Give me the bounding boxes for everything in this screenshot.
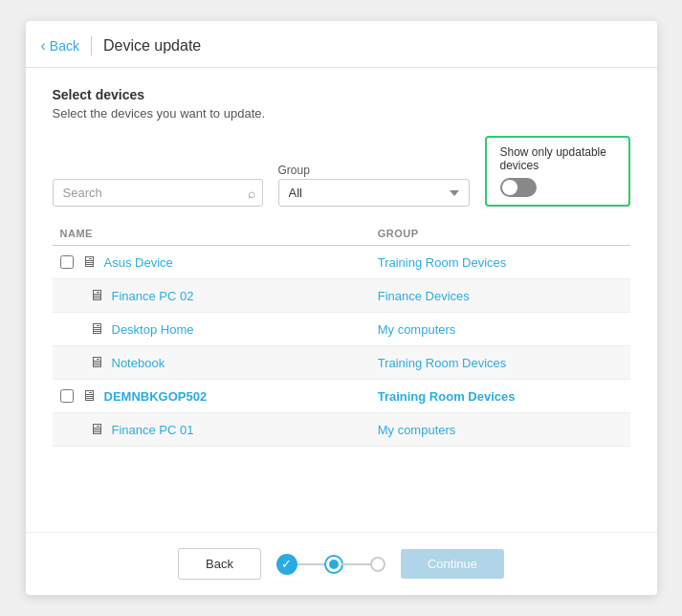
table-row: 🖥DEMNBKGOP502Training Room Devices: [53, 380, 630, 413]
footer-back-button[interactable]: Back: [178, 548, 261, 580]
table-row: 🖥Asus DeviceTraining Room Devices: [53, 246, 630, 279]
step-line-1: [297, 563, 326, 565]
group-name: My computers: [378, 322, 456, 337]
group-cell: Training Room Devices: [370, 346, 630, 380]
monitor-icon: 🖥: [89, 287, 104, 304]
name-cell: 🖥Finance PC 02: [53, 279, 370, 313]
step-3-inactive: [370, 557, 385, 572]
step-line-2: [341, 563, 370, 565]
step-1-done: ✓: [276, 554, 297, 575]
table-row: 🖥Finance PC 02Finance Devices: [53, 279, 630, 313]
device-checkbox[interactable]: [60, 255, 74, 269]
group-name: Training Room Devices: [378, 389, 516, 404]
monitor-icon: 🖥: [89, 354, 104, 371]
search-wrapper: ⌕: [53, 179, 263, 207]
name-cell: 🖥DEMNBKGOP502: [53, 380, 370, 413]
monitor-icon: 🖥: [89, 320, 104, 338]
filter-row: ⌕ Group All Finance Devices My computers…: [53, 136, 630, 207]
group-wrapper: Group All Finance Devices My computers T…: [278, 164, 470, 207]
table-row: 🖥Finance PC 01My computers: [53, 413, 630, 447]
section-subtitle: Select the devices you want to update.: [53, 106, 630, 121]
name-cell: 🖥Notebook: [53, 346, 370, 380]
col-name-header: NAME: [53, 222, 370, 246]
dialog-footer: Back ✓ Continue: [26, 532, 657, 595]
continue-button[interactable]: Continue: [401, 549, 504, 579]
group-label: Group: [278, 164, 470, 177]
group-select[interactable]: All Finance Devices My computers Trainin…: [278, 179, 470, 207]
back-link-label: Back: [50, 38, 79, 54]
group-name: My computers: [378, 423, 456, 437]
device-name[interactable]: Asus Device: [104, 255, 173, 270]
name-cell: 🖥Desktop Home: [53, 313, 370, 346]
device-name[interactable]: Desktop Home: [112, 322, 194, 337]
group-cell: My computers: [370, 413, 630, 447]
dialog-body: Select devices Select the devices you wa…: [26, 68, 657, 532]
group-name: Training Room Devices: [378, 356, 507, 370]
col-group-header: GROUP: [370, 222, 630, 246]
updatable-label: Show only updatable devices: [500, 145, 615, 172]
group-cell: Training Room Devices: [370, 246, 630, 279]
group-name: Training Room Devices: [378, 255, 507, 270]
table-row: 🖥Desktop HomeMy computers: [53, 313, 630, 346]
dialog-header: ‹ Back Device update: [26, 21, 657, 68]
table-row: 🖥NotebookTraining Room Devices: [53, 346, 630, 380]
updatable-toggle-box: Show only updatable devices: [485, 136, 630, 207]
monitor-icon: 🖥: [81, 387, 97, 405]
section-title: Select devices: [53, 87, 630, 102]
dialog-container: ‹ Back Device update Select devices Sele…: [26, 21, 657, 595]
monitor-icon: 🖥: [89, 421, 104, 438]
device-checkbox[interactable]: [60, 389, 74, 403]
progress-stepper: ✓: [276, 554, 385, 575]
device-name[interactable]: Notebook: [112, 356, 165, 370]
name-cell: 🖥Finance PC 01: [53, 413, 370, 447]
table-header-row: NAME GROUP: [53, 222, 630, 246]
toggle-thumb: [502, 180, 517, 195]
device-name[interactable]: Finance PC 01: [112, 423, 194, 437]
device-name[interactable]: DEMNBKGOP502: [104, 389, 208, 404]
device-table: NAME GROUP 🖥Asus DeviceTraining Room Dev…: [53, 222, 630, 447]
search-input[interactable]: [53, 179, 263, 207]
updatable-toggle[interactable]: [500, 178, 537, 197]
page-title: Device update: [103, 37, 201, 55]
group-cell: My computers: [370, 313, 630, 346]
monitor-icon: 🖥: [81, 253, 97, 271]
device-name[interactable]: Finance PC 02: [112, 289, 194, 303]
group-cell: Training Room Devices: [370, 380, 630, 413]
back-link[interactable]: ‹ Back: [41, 37, 79, 55]
group-name: Finance Devices: [378, 289, 470, 303]
header-divider: [91, 36, 92, 55]
name-cell: 🖥Asus Device: [53, 246, 370, 279]
chevron-left-icon: ‹: [41, 37, 46, 55]
step-2-active: [326, 557, 341, 572]
group-cell: Finance Devices: [370, 279, 630, 313]
